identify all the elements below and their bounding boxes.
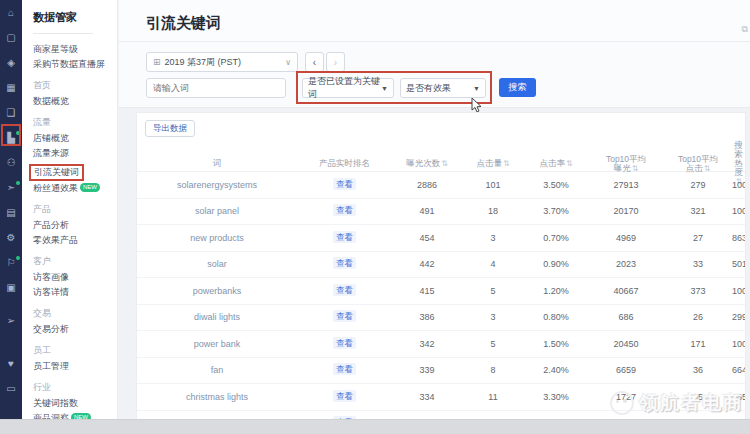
watermark: 领航者电商 xyxy=(610,390,744,416)
sidebar-item[interactable]: 采购节数据直播屏 xyxy=(33,57,117,72)
effective-dropdown[interactable]: 是否有效果 ▼ xyxy=(400,78,486,98)
clipboard-icon[interactable]: ▤ xyxy=(3,205,19,221)
sort-icon[interactable]: ⇅ xyxy=(441,159,448,168)
heart-icon[interactable]: ♥ xyxy=(3,356,19,372)
bag-icon[interactable]: ▭ xyxy=(3,381,19,397)
keyword-cell: diwali lights xyxy=(137,312,297,322)
top10_exposure-cell: 27913 xyxy=(588,180,664,190)
top10_clicks-cell: 26 xyxy=(664,312,732,322)
top10_clicks-cell: 321 xyxy=(664,206,732,216)
sidebar-item[interactable]: 员工管理 xyxy=(33,359,117,374)
keyword-cell: solar xyxy=(137,259,297,269)
rank-cell: 查看 xyxy=(297,232,392,244)
column-header: 词 xyxy=(137,159,297,168)
sidebar-item[interactable]: 产品分析 xyxy=(33,218,117,233)
top10_exposure-cell: 4969 xyxy=(588,233,664,243)
clicks-cell: 18 xyxy=(462,206,524,216)
corner-icon[interactable]: ⧉ xyxy=(742,24,748,35)
column-header[interactable]: 曝光次数⇅ xyxy=(392,159,462,168)
column-header[interactable]: 点击率⇅ xyxy=(524,159,588,168)
people-icon[interactable]: ⚇ xyxy=(3,155,19,171)
keyword-cell: fan xyxy=(137,365,297,375)
sort-icon[interactable]: ⇅ xyxy=(704,164,711,173)
new-badge: NEW xyxy=(80,183,100,192)
sidebar-item[interactable]: 商家星等级 xyxy=(33,42,117,57)
view-rank-link[interactable]: 查看 xyxy=(333,337,356,349)
sidebar-item[interactable]: 关键词指数 xyxy=(33,396,117,411)
sort-icon[interactable]: ⇅ xyxy=(632,164,639,173)
sidebar-item[interactable]: 引流关键词 xyxy=(29,164,84,181)
sort-icon[interactable]: ⇅ xyxy=(566,159,573,168)
filter-bar: ⊞ 2019 第37周 (PST) ∨ ‹ › 是否已设置为关键词 ▼ 是否有效… xyxy=(119,42,750,108)
top10_exposure-cell: 40667 xyxy=(588,286,664,296)
sidebar-item[interactable]: 零效果产品 xyxy=(33,233,117,248)
keywords-table-card: 导出数据 词产品实时排名曝光次数⇅点击量⇅点击率⇅Top10平均 曝光⇅Top1… xyxy=(136,112,746,420)
gear-icon[interactable]: ⚙ xyxy=(3,230,19,246)
keyword-set-dropdown[interactable]: 是否已设置为关键词 ▼ xyxy=(302,78,394,98)
keyword-cell: new products xyxy=(137,233,297,243)
view-rank-link[interactable]: 查看 xyxy=(333,390,356,402)
ctr-cell: 2.40% xyxy=(524,365,588,375)
table-row: fan查看33982.40%665936664 xyxy=(137,358,745,385)
home-icon[interactable]: ⌂ xyxy=(3,5,19,21)
send-icon[interactable]: ➢ xyxy=(3,313,19,329)
next-week-button[interactable]: › xyxy=(326,52,345,72)
sidebar-item[interactable]: 粉丝通效果NEW xyxy=(33,181,117,196)
sidebar-section-label: 客户 xyxy=(33,248,117,270)
sidebar-item[interactable]: 数据概览 xyxy=(33,94,117,109)
table-row: solarenergysystems查看28861013.50%27913279… xyxy=(137,172,745,199)
analytics-chart-icon[interactable]: ▙ xyxy=(3,130,19,146)
top10_exposure-cell: 20170 xyxy=(588,206,664,216)
prev-week-button[interactable]: ‹ xyxy=(305,52,324,72)
sort-icon[interactable]: ⇅ xyxy=(503,159,510,168)
view-rank-link[interactable]: 查看 xyxy=(333,231,356,243)
notification-dot xyxy=(16,181,20,185)
briefcase-icon[interactable]: ▣ xyxy=(3,280,19,296)
view-rank-link[interactable]: 查看 xyxy=(333,363,356,375)
apps-grid-icon[interactable]: ▦ xyxy=(3,80,19,96)
sidebar-section-label: 首页 xyxy=(33,72,117,94)
column-header[interactable]: Top10平均 曝光⇅ xyxy=(588,155,664,173)
clicks-cell: 4 xyxy=(462,259,524,269)
chat-icon[interactable]: ❑ xyxy=(3,105,19,121)
rank-cell: 查看 xyxy=(297,338,392,350)
sidebar-item[interactable]: 店铺概览 xyxy=(33,131,117,146)
view-rank-link[interactable]: 查看 xyxy=(333,284,356,296)
sidebar-item[interactable]: 访客画像 xyxy=(33,270,117,285)
exposure-cell: 334 xyxy=(392,392,462,402)
exposure-cell: 442 xyxy=(392,259,462,269)
sidebar: 数据管家 商家星等级采购节数据直播屏首页数据概览流量店铺概览流量来源引流关键词粉… xyxy=(22,0,118,420)
view-rank-link[interactable]: 查看 xyxy=(333,310,356,322)
sidebar-item[interactable]: 流量来源 xyxy=(33,146,117,161)
export-data-button[interactable]: 导出数据 xyxy=(145,120,195,137)
table-row: power bank查看34251.50%204501711000 xyxy=(137,331,745,358)
column-header[interactable]: 点击量⇅ xyxy=(462,159,524,168)
caret-down-icon: ▼ xyxy=(473,85,480,92)
exposure-cell: 2886 xyxy=(392,180,462,190)
keyword-search-input[interactable] xyxy=(146,78,286,98)
sidebar-section-label: 产品 xyxy=(33,196,117,218)
clicks-cell: 101 xyxy=(462,180,524,190)
search-button[interactable]: 搜索 xyxy=(499,78,536,97)
store-icon[interactable]: ▢ xyxy=(3,30,19,46)
view-rank-link[interactable]: 查看 xyxy=(333,178,356,190)
shield-icon[interactable]: ◈ xyxy=(3,55,19,71)
bell-icon[interactable]: ⚐ xyxy=(3,255,19,271)
caret-down-icon: ▼ xyxy=(381,85,388,92)
clicks-cell: 3 xyxy=(462,312,524,322)
page-title: 引流关键词 xyxy=(146,14,221,33)
week-date-picker[interactable]: ⊞ 2019 第37周 (PST) ∨ xyxy=(146,52,298,72)
keyword-cell: powerbanks xyxy=(137,286,297,296)
keyword-set-dropdown-value: 是否已设置为关键词 xyxy=(308,75,381,101)
search_heat-cell: 1000 xyxy=(732,339,746,349)
table-row: diwali lights查看38630.80%68626299 xyxy=(137,305,745,332)
share-icon[interactable]: ➣ xyxy=(3,180,19,196)
sidebar-item[interactable]: 访客详情 xyxy=(33,285,117,300)
clicks-cell: 5 xyxy=(462,286,524,296)
column-header[interactable]: Top10平均 点击⇅ xyxy=(664,155,732,173)
view-rank-link[interactable]: 查看 xyxy=(333,204,356,216)
view-rank-link[interactable]: 查看 xyxy=(333,257,356,269)
sidebar-item[interactable]: 交易分析 xyxy=(33,322,117,337)
exposure-cell: 386 xyxy=(392,312,462,322)
top10_clicks-cell: 373 xyxy=(664,286,732,296)
